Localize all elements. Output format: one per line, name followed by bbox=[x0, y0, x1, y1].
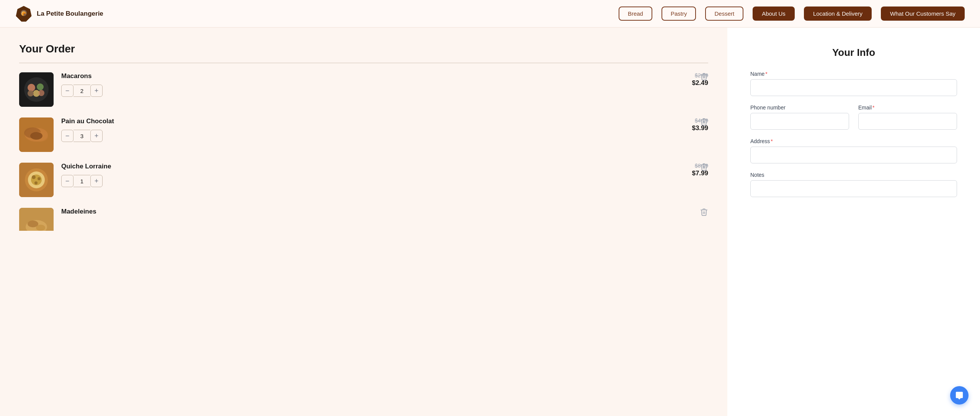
table-row: Macarons − 2 + $2.69 $2.49 bbox=[19, 72, 708, 107]
notes-input[interactable] bbox=[750, 180, 957, 197]
name-input[interactable] bbox=[750, 79, 957, 96]
svg-point-5 bbox=[28, 84, 35, 91]
delete-quiche-button[interactable] bbox=[700, 163, 708, 173]
nav-bread-button[interactable]: Bread bbox=[619, 7, 652, 21]
delete-madeleines-button[interactable] bbox=[700, 208, 708, 218]
qty-display-pain: 3 bbox=[74, 130, 90, 142]
phone-input[interactable] bbox=[750, 113, 849, 130]
svg-point-21 bbox=[34, 181, 38, 184]
item-image-quiche bbox=[19, 163, 54, 197]
increase-qty-quiche[interactable]: + bbox=[90, 175, 103, 187]
table-row: Quiche Lorraine − 1 + $8.19 $7.99 bbox=[19, 163, 708, 197]
svg-point-14 bbox=[30, 132, 42, 140]
qty-display-macarons: 2 bbox=[74, 85, 90, 97]
logo-area: 🥐 La Petite Boulangerie bbox=[15, 5, 103, 22]
svg-point-4 bbox=[24, 77, 49, 102]
notes-label: Notes bbox=[750, 172, 957, 178]
address-required-star: * bbox=[771, 138, 773, 144]
address-form-group: Address* bbox=[750, 138, 957, 163]
item-controls-quiche: − 1 + bbox=[61, 175, 670, 187]
item-controls-pain: − 3 + bbox=[61, 130, 670, 142]
order-title: Your Order bbox=[19, 43, 708, 55]
nav-about-button[interactable]: About Us bbox=[753, 7, 795, 21]
svg-point-20 bbox=[38, 177, 41, 180]
chat-bubble-button[interactable] bbox=[950, 386, 969, 405]
svg-point-25 bbox=[36, 225, 45, 231]
phone-label: Phone number bbox=[750, 104, 849, 111]
increase-qty-pain[interactable]: + bbox=[90, 130, 103, 142]
item-image-pain bbox=[19, 117, 54, 152]
nav-dessert-button[interactable]: Dessert bbox=[705, 7, 743, 21]
chat-icon bbox=[955, 391, 964, 400]
trash-icon bbox=[700, 117, 708, 126]
item-controls-macarons: − 2 + bbox=[61, 85, 670, 97]
email-input[interactable] bbox=[858, 113, 957, 130]
svg-point-19 bbox=[32, 175, 36, 179]
order-divider bbox=[19, 63, 708, 63]
name-form-group: Name* bbox=[750, 71, 957, 96]
nav-location-button[interactable]: Location & Delivery bbox=[804, 7, 872, 21]
address-label: Address* bbox=[750, 138, 957, 144]
address-input[interactable] bbox=[750, 147, 957, 163]
svg-text:🥐: 🥐 bbox=[21, 11, 26, 16]
increase-qty-macarons[interactable]: + bbox=[90, 85, 103, 97]
item-details-quiche: Quiche Lorraine − 1 + bbox=[61, 163, 670, 187]
email-required-star: * bbox=[872, 104, 874, 111]
item-name-madeleines: Madeleines bbox=[61, 208, 708, 215]
item-details-pain: Pain au Chocolat − 3 + bbox=[61, 117, 670, 142]
logo-icon: 🥐 bbox=[15, 5, 32, 22]
table-row: Pain au Chocolat − 3 + $4.19 $3.99 bbox=[19, 117, 708, 152]
decrease-qty-quiche[interactable]: − bbox=[61, 175, 74, 187]
nav-pastry-button[interactable]: Pastry bbox=[662, 7, 696, 21]
email-label: Email* bbox=[858, 104, 957, 111]
item-details-macarons: Macarons − 2 + bbox=[61, 72, 670, 97]
trash-icon bbox=[700, 72, 708, 81]
svg-point-9 bbox=[38, 90, 44, 96]
qty-display-quiche: 1 bbox=[74, 175, 90, 187]
table-row: Madeleines bbox=[19, 208, 708, 231]
decrease-qty-pain[interactable]: − bbox=[61, 130, 74, 142]
logo-text: La Petite Boulangerie bbox=[37, 10, 103, 18]
item-image-madeleines bbox=[19, 208, 54, 231]
svg-point-6 bbox=[37, 83, 44, 90]
svg-point-8 bbox=[28, 90, 34, 96]
nav-customers-button[interactable]: What Our Customers Say bbox=[881, 7, 965, 21]
delete-pain-button[interactable] bbox=[700, 117, 708, 128]
order-panel: Your Order Macarons − 2 bbox=[0, 28, 727, 416]
phone-form-group: Phone number bbox=[750, 104, 849, 130]
info-panel: Your Info Name* Phone number Email* bbox=[727, 28, 980, 416]
name-label: Name* bbox=[750, 71, 957, 77]
item-details-madeleines: Madeleines bbox=[61, 208, 708, 220]
delete-macarons-button[interactable] bbox=[700, 72, 708, 83]
item-name-pain: Pain au Chocolat bbox=[61, 117, 670, 125]
main-content: Your Order Macarons − 2 bbox=[0, 28, 980, 416]
phone-email-row: Phone number Email* bbox=[750, 104, 957, 130]
item-name-quiche: Quiche Lorraine bbox=[61, 163, 670, 170]
notes-form-group: Notes bbox=[750, 172, 957, 197]
email-form-group: Email* bbox=[858, 104, 957, 130]
item-name-macarons: Macarons bbox=[61, 72, 670, 80]
navbar: 🥐 La Petite Boulangerie Bread Pastry Des… bbox=[0, 0, 980, 28]
name-required-star: * bbox=[765, 71, 767, 77]
decrease-qty-macarons[interactable]: − bbox=[61, 85, 74, 97]
trash-icon bbox=[700, 208, 708, 216]
item-image-macarons bbox=[19, 72, 54, 107]
info-title: Your Info bbox=[750, 47, 957, 59]
trash-icon bbox=[700, 163, 708, 171]
